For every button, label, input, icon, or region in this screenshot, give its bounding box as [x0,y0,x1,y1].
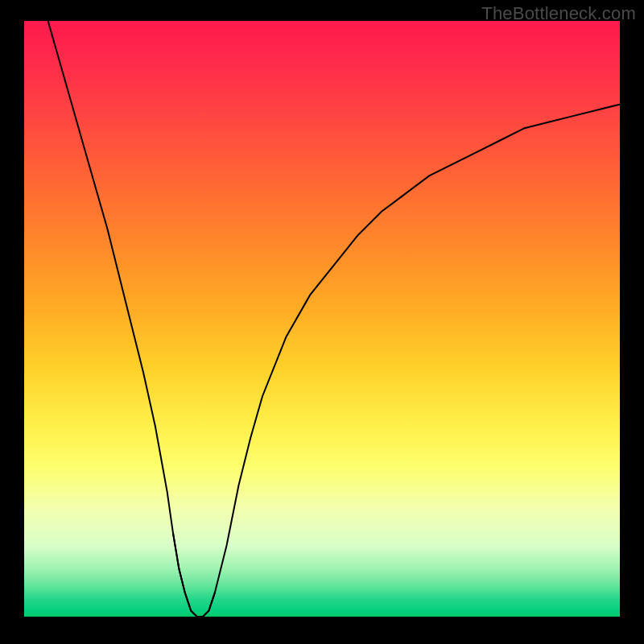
recommended-range-segment [173,533,215,617]
bottleneck-curve-line [48,21,620,617]
plot-area [24,21,620,617]
chart-frame: TheBottleneck.com [0,0,644,644]
chart-svg [24,21,620,617]
